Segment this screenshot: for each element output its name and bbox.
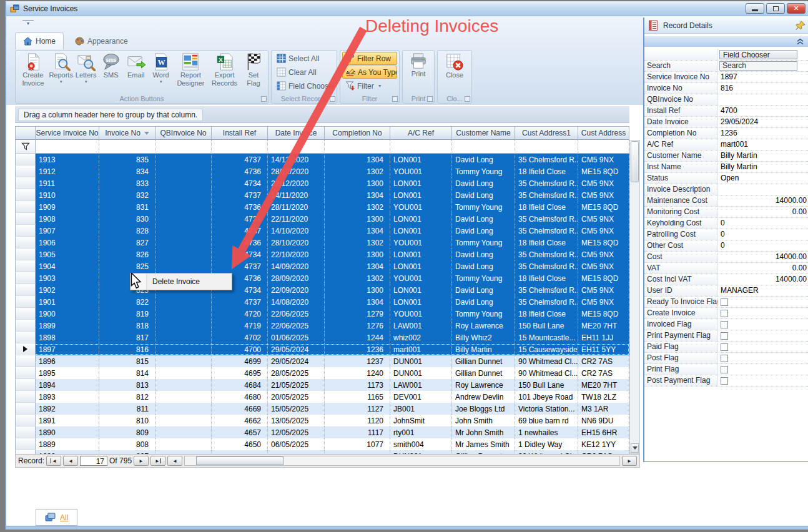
grid-cell-service-invoice-no[interactable]: 1912: [36, 165, 99, 177]
grid-cell-cust-address1[interactable]: 35 Chelmsford R...: [515, 213, 578, 225]
row-indicator-cell[interactable]: [15, 165, 36, 177]
scroll-down-button[interactable]: [631, 443, 639, 453]
grid-cell-cust-address1[interactable]: 69 blue barn rd: [515, 415, 578, 426]
next-record-button[interactable]: ►: [134, 456, 149, 466]
grid-cell-invoice-no[interactable]: 811: [99, 403, 155, 415]
grid-cell-invoice-no[interactable]: 814: [99, 367, 155, 379]
grid-cell-invoice-no[interactable]: 833: [99, 177, 155, 189]
grid-cell-completion-no[interactable]: 1304: [325, 296, 390, 308]
grid-cell-date-invoice[interactable]: 22/06/2025: [268, 308, 325, 320]
grid-cell-cust-address[interactable]: EH11 5YY: [578, 343, 629, 355]
grid-cell-date-invoice[interactable]: 01/06/2025: [268, 332, 325, 343]
row-indicator-cell[interactable]: [15, 320, 36, 332]
table-row[interactable]: 1894813468421/05/20251173LAW001Roy Lawre…: [15, 379, 629, 391]
last-record-button[interactable]: ►: [150, 456, 165, 466]
grid-cell-completion-no[interactable]: 1304: [325, 189, 390, 201]
grid-cell-cust-address[interactable]: ME15 8QD: [578, 272, 629, 284]
grid-cell-qbinvoice-no[interactable]: [155, 260, 212, 272]
table-row[interactable]: 1906827473628/10/20201302YOU001Tommy You…: [15, 237, 629, 249]
paid-flag-checkbox[interactable]: [721, 343, 728, 351]
row-indicator-cell[interactable]: [15, 272, 36, 284]
dialog-launcher-icon[interactable]: [330, 96, 335, 102]
vertical-scrollbar-thumb[interactable]: [631, 141, 639, 182]
grid-cell-date-invoice[interactable]: 29/05/2024: [268, 343, 325, 355]
grid-cell-customer-name[interactable]: David Long: [452, 177, 515, 189]
filter-cell-date-invoice[interactable]: [268, 140, 325, 154]
grid-cell-service-invoice-no[interactable]: 1890: [36, 426, 99, 438]
row-indicator-cell[interactable]: [15, 379, 36, 391]
grid-cell-invoice-no[interactable]: 817: [99, 332, 155, 343]
grid-cell-date-invoice[interactable]: 28/11/2020: [268, 201, 325, 213]
grid-cell-date-invoice[interactable]: 15/05/2025: [268, 403, 325, 415]
word-button[interactable]: WWord▼: [149, 52, 174, 84]
detail-value[interactable]: Open: [717, 173, 808, 184]
grid-cell-qbinvoice-no[interactable]: [155, 343, 212, 355]
grid-cell-a-c-ref[interactable]: smith004: [390, 438, 452, 450]
grid-cell-a-c-ref[interactable]: YOU001: [390, 201, 452, 213]
grid-cell-completion-no[interactable]: 1240: [325, 367, 390, 379]
grid-cell-date-invoice[interactable]: 28/09/2020: [268, 272, 325, 284]
grid-cell-date-invoice[interactable]: 14/12/2020: [268, 154, 325, 165]
grid-cell-qbinvoice-no[interactable]: [155, 177, 212, 189]
detail-value[interactable]: 29/05/2024: [717, 117, 808, 127]
detail-value[interactable]: mart001: [717, 139, 808, 150]
collapse-bar[interactable]: [644, 36, 808, 47]
table-row[interactable]: 1897816470029/05/20241236mart001Billy Ma…: [15, 343, 629, 355]
grid-cell-cust-address[interactable]: ME20 7HT: [578, 379, 629, 391]
grid-cell-customer-name[interactable]: David Long: [452, 296, 515, 308]
grid-cell-customer-name[interactable]: Mr John Smith: [452, 426, 515, 438]
filter-row-indicator[interactable]: [15, 140, 36, 154]
column-header-date-invoice[interactable]: Date Invoice: [268, 126, 325, 140]
grid-cell-qbinvoice-no[interactable]: [155, 165, 212, 177]
grid-cell-cust-address1[interactable]: 101 Jbeye Road: [515, 391, 578, 403]
grid-cell-service-invoice-no[interactable]: 1889: [36, 438, 99, 450]
grid-cell-completion-no[interactable]: 1244: [325, 332, 390, 343]
grid-cell-completion-no[interactable]: 1165: [325, 391, 390, 403]
set-flag-button[interactable]: Set Flag: [241, 52, 266, 87]
grid-cell-install-ref[interactable]: 4736: [212, 165, 268, 177]
grid-cell-customer-name[interactable]: Billy Martin: [452, 343, 515, 355]
grid-cell-a-c-ref[interactable]: YOU001: [390, 308, 452, 320]
grid-cell-a-c-ref[interactable]: LON001: [390, 189, 452, 201]
grid-cell-customer-name[interactable]: Gillian Dunnet: [452, 367, 515, 379]
reports-button[interactable]: Reports▼: [49, 52, 74, 84]
grid-cell-cust-address[interactable]: EH15 6HR: [578, 426, 629, 438]
grid-cell-completion-no[interactable]: 1300: [325, 177, 390, 189]
grid-cell-completion-no[interactable]: 1236: [325, 343, 390, 355]
grid-cell-cust-address[interactable]: CM5 9NX: [578, 249, 629, 260]
grid-cell-install-ref[interactable]: 4737: [212, 296, 268, 308]
grid-cell-cust-address1[interactable]: 18 Ifield Close: [515, 165, 578, 177]
row-indicator-cell[interactable]: [15, 426, 36, 438]
detail-value[interactable]: 14000.00: [717, 252, 808, 262]
table-row[interactable]: 1903824473628/09/20201302YOU001Tommy You…: [15, 272, 629, 284]
table-row[interactable]: 1909831473628/11/20201302YOU001Tommy You…: [15, 201, 629, 213]
grid-cell-invoice-no[interactable]: 818: [99, 320, 155, 332]
grid-cell-customer-name[interactable]: David Long: [452, 249, 515, 260]
grid-cell-completion-no[interactable]: 1120: [325, 415, 390, 426]
grid-cell-invoice-no[interactable]: 826: [99, 249, 155, 260]
grid-cell-service-invoice-no[interactable]: 1911: [36, 177, 99, 189]
grid-cell-invoice-no[interactable]: 832: [99, 189, 155, 201]
grid-cell-a-c-ref[interactable]: LON001: [390, 260, 452, 272]
column-header-cust-address1[interactable]: Cust Address1: [515, 126, 578, 140]
hscroll-left-button[interactable]: ◄: [167, 456, 182, 466]
grid-cell-install-ref[interactable]: 4737: [212, 189, 268, 201]
grid-cell-cust-address[interactable]: KE12 1YY: [578, 438, 629, 450]
grid-cell-completion-no[interactable]: 1302: [325, 165, 390, 177]
grid-cell-customer-name[interactable]: David Long: [452, 189, 515, 201]
grid-cell-install-ref[interactable]: 4702: [212, 332, 268, 343]
grid-cell-customer-name[interactable]: Roy Lawrence: [452, 379, 515, 391]
grid-cell-invoice-no[interactable]: 816: [99, 343, 155, 355]
row-indicator-cell[interactable]: [15, 343, 36, 355]
grid-cell-service-invoice-no[interactable]: 1904: [36, 260, 99, 272]
grid-cell-qbinvoice-no[interactable]: [155, 438, 212, 450]
grid-cell-cust-address[interactable]: ME20 7HT: [578, 320, 629, 332]
grid-cell-service-invoice-no[interactable]: 1891: [36, 415, 99, 426]
row-indicator-cell[interactable]: [15, 154, 36, 165]
grid-cell-invoice-no[interactable]: 808: [99, 438, 155, 450]
row-indicator-cell[interactable]: [15, 201, 36, 213]
column-header-cust-address[interactable]: Cust Address: [578, 126, 629, 140]
grid-cell-cust-address[interactable]: CM5 9NX: [578, 177, 629, 189]
table-row[interactable]: 1901822473714/08/20201304LON001David Lon…: [15, 296, 629, 308]
detail-value[interactable]: 816: [717, 83, 808, 94]
